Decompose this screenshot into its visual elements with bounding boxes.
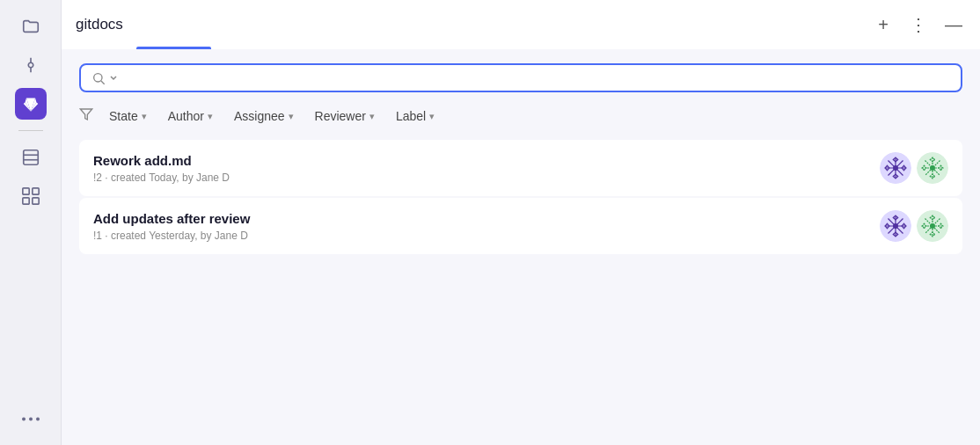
page-title: gitdocs (76, 16, 871, 33)
pr-title: Add updates after review (93, 211, 250, 226)
avatar-green-1 (917, 152, 948, 184)
filters-bar: State ▾ Author ▾ Assignee ▾ Reviewer ▾ L… (79, 105, 962, 128)
reviewer-chevron-icon: ▾ (369, 111, 375, 122)
content: State ▾ Author ▾ Assignee ▾ Reviewer ▾ L… (62, 49, 980, 445)
author-chevron-icon: ▾ (208, 111, 213, 122)
snippet-icon[interactable] (15, 142, 47, 173)
reviewer-filter[interactable]: Reviewer ▾ (306, 105, 384, 128)
table-row[interactable]: Add updates after review !1 · created Ye… (79, 198, 962, 254)
svg-rect-7 (32, 188, 38, 194)
assignee-chevron-icon: ▾ (289, 111, 294, 122)
commit-icon[interactable] (15, 49, 47, 81)
svg-point-0 (28, 62, 33, 68)
more-button[interactable]: ⋮ (906, 12, 931, 37)
pr-meta: !2 · created Today, by Jane D (93, 171, 230, 184)
add-button[interactable]: + (871, 12, 896, 37)
state-filter[interactable]: State ▾ (100, 105, 156, 128)
pr-avatars (880, 210, 948, 242)
pr-title: Rework add.md (93, 153, 230, 168)
search-bar[interactable] (79, 63, 962, 92)
minimize-button[interactable]: — (941, 12, 966, 37)
sidebar (0, 0, 62, 445)
svg-point-13 (94, 73, 102, 81)
search-icon (91, 71, 118, 85)
svg-point-33 (893, 223, 898, 229)
svg-rect-9 (32, 198, 38, 204)
state-chevron-icon: ▾ (142, 111, 147, 122)
sidebar-divider (18, 130, 43, 131)
author-filter[interactable]: Author ▾ (159, 105, 222, 128)
svg-rect-3 (23, 150, 38, 165)
svg-marker-15 (80, 109, 91, 120)
label-chevron-icon: ▾ (429, 111, 435, 122)
avatar-purple-2 (880, 210, 911, 242)
pr-info: Rework add.md !2 · created Today, by Jan… (93, 153, 230, 184)
svg-line-14 (101, 81, 105, 84)
svg-point-21 (893, 165, 898, 171)
avatar-green-2 (917, 210, 948, 242)
pr-avatars (880, 152, 948, 184)
more-icon[interactable] (15, 403, 47, 434)
avatar-purple-1 (880, 152, 911, 184)
pr-list: Rework add.md !2 · created Today, by Jan… (79, 140, 962, 254)
assignee-filter[interactable]: Assignee ▾ (225, 105, 303, 128)
label-filter[interactable]: Label ▾ (387, 105, 443, 128)
svg-point-11 (29, 417, 33, 420)
search-input[interactable] (125, 70, 950, 85)
filter-icon (79, 107, 93, 125)
svg-point-27 (930, 165, 935, 171)
svg-point-12 (36, 417, 40, 420)
pr-info: Add updates after review !1 · created Ye… (93, 211, 250, 242)
svg-rect-6 (22, 188, 28, 194)
header: gitdocs + ⋮ — (62, 0, 980, 49)
header-actions: + ⋮ — (871, 12, 966, 37)
main-panel: gitdocs + ⋮ — (62, 0, 980, 445)
table-row[interactable]: Rework add.md !2 · created Today, by Jan… (79, 140, 962, 196)
folder-icon[interactable] (15, 11, 47, 42)
svg-rect-8 (22, 198, 28, 204)
pr-meta: !1 · created Yesterday, by Jane D (93, 230, 250, 242)
svg-point-39 (930, 223, 935, 229)
gitlab-icon[interactable] (15, 88, 47, 120)
svg-point-10 (22, 417, 26, 420)
workflow-icon[interactable] (15, 180, 47, 212)
